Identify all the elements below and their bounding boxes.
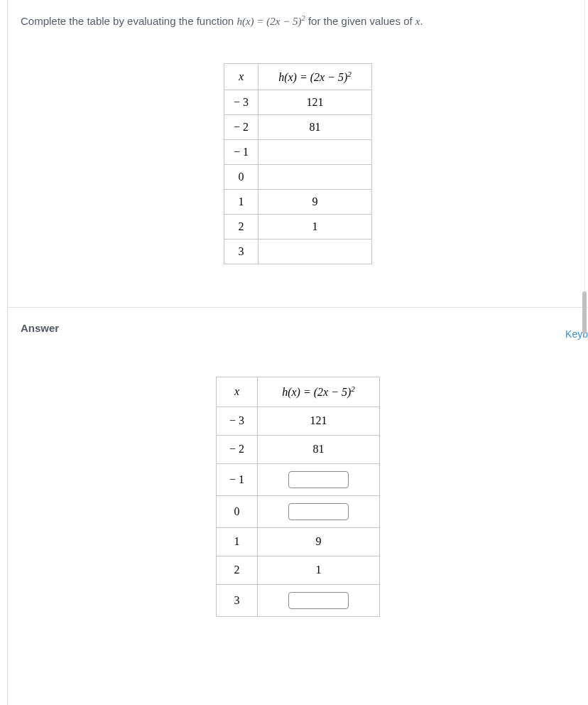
cell-x: 1: [217, 527, 258, 556]
table-row: 3: [224, 240, 372, 264]
table-row: − 3121: [224, 90, 372, 115]
table-row: − 1: [217, 463, 380, 495]
cell-x: 0: [224, 165, 258, 190]
table-row: − 281: [224, 115, 372, 140]
cell-x: − 2: [224, 115, 258, 140]
question-function: h(x) = (2x − 5)2: [236, 16, 305, 27]
cell-hx: 81: [258, 115, 372, 140]
answer-input-3[interactable]: [288, 592, 349, 609]
answer-input-neg1[interactable]: [288, 471, 349, 488]
cell-hx-input: [258, 495, 380, 527]
answer-table-header-x: x: [217, 377, 258, 407]
cell-x: − 1: [217, 463, 258, 495]
cell-x: − 1: [224, 140, 258, 165]
cell-hx: [258, 165, 372, 190]
cell-hx: 121: [258, 407, 380, 435]
table-row: 21: [217, 556, 380, 584]
table-header-x: x: [224, 64, 258, 90]
cell-hx-input: [258, 584, 380, 616]
answer-input-0[interactable]: [288, 503, 349, 520]
cell-hx: 1: [258, 215, 372, 240]
answer-table: x h(x) = (2x − 5)2 − 3121 − 281 − 1 0 19…: [216, 377, 380, 616]
scrollbar-track: [584, 0, 585, 313]
cell-hx: 81: [258, 435, 380, 463]
cell-hx: [258, 240, 372, 264]
cell-x: − 3: [217, 407, 258, 435]
table-row: 19: [217, 527, 380, 556]
cell-x: 3: [224, 240, 258, 264]
cell-hx: 9: [258, 190, 372, 215]
question-table: x h(x) = (2x − 5)2 − 3121 − 281 − 1 0 19…: [224, 63, 372, 264]
question-end: .: [420, 15, 423, 27]
answer-table-wrapper: x h(x) = (2x − 5)2 − 3121 − 281 − 1 0 19…: [21, 377, 575, 616]
table-row: 0: [217, 495, 380, 527]
question-text: Complete the table by evaluating the fun…: [21, 14, 575, 28]
question-section: Complete the table by evaluating the fun…: [8, 14, 588, 308]
cell-hx: [258, 140, 372, 165]
cell-x: 2: [224, 215, 258, 240]
scrollbar-thumb[interactable]: [582, 291, 587, 334]
answer-label: Answer: [21, 322, 575, 334]
table-row: − 281: [217, 435, 380, 463]
cell-x: − 3: [224, 90, 258, 115]
cell-x: 2: [217, 556, 258, 584]
table-row: 21: [224, 215, 372, 240]
table-row: − 1: [224, 140, 372, 165]
cell-x: 3: [217, 584, 258, 616]
answer-section: Answer x h(x) = (2x − 5)2 − 3121 − 281 −…: [8, 308, 588, 630]
cell-hx-input: [258, 463, 380, 495]
table-row: 19: [224, 190, 372, 215]
cell-hx: 1: [258, 556, 380, 584]
main-container: Complete the table by evaluating the fun…: [7, 0, 588, 705]
cell-hx: 121: [258, 90, 372, 115]
cell-x: − 2: [217, 435, 258, 463]
cell-x: 0: [217, 495, 258, 527]
answer-table-header-hx: h(x) = (2x − 5)2: [258, 377, 380, 407]
table-header-hx: h(x) = (2x − 5)2: [258, 64, 372, 90]
table-row: 3: [217, 584, 380, 616]
question-prefix: Complete the table by evaluating the fun…: [21, 15, 236, 27]
question-table-wrapper: x h(x) = (2x − 5)2 − 3121 − 281 − 1 0 19…: [21, 63, 575, 264]
table-row: − 3121: [217, 407, 380, 435]
cell-hx: 9: [258, 527, 380, 556]
question-suffix: for the given values of: [305, 15, 415, 27]
table-row: 0: [224, 165, 372, 190]
cell-x: 1: [224, 190, 258, 215]
